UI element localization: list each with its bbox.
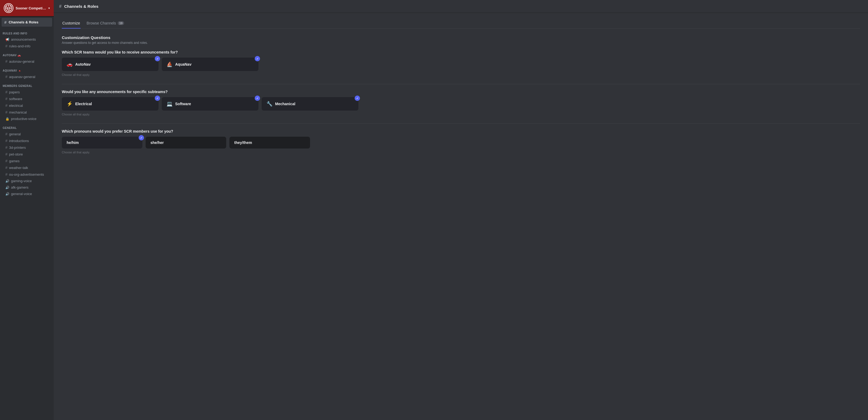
section-header-0[interactable]: RULES AND INFO <box>0 28 54 36</box>
voice-icon: 🔒 <box>5 117 9 121</box>
section-header-3[interactable]: MEMBERS GENERAL <box>0 80 54 88</box>
channel-item-announcements[interactable]: 📢announcements <box>2 36 52 43</box>
channel-item-general[interactable]: #general <box>2 131 52 137</box>
option-card-2-0[interactable]: ✓he/him <box>62 137 143 148</box>
channel-item-electrical[interactable]: #electrical <box>2 102 52 109</box>
header: # Channels & Roles <box>54 0 868 13</box>
channels-roles-label: Channels & Roles <box>9 20 38 24</box>
option-label-1-1: Software <box>175 102 191 106</box>
announcement-icon: 📢 <box>5 38 9 41</box>
voice-icon: 🔊 <box>5 179 9 183</box>
channels-roles-item[interactable]: # Channels & Roles <box>2 18 52 27</box>
question-block-0: Which SCR teams would you like to receiv… <box>62 50 860 77</box>
check-badge: ✓ <box>255 95 260 101</box>
channel-item-productive-voice[interactable]: 🔒productive-voice <box>2 116 52 122</box>
options-row-1: ✓⚡Electrical✓💻Software✓🔧Mechanical <box>62 97 860 111</box>
channel-label-papers: papers <box>9 90 20 94</box>
tab-browse-channels[interactable]: Browse Channels 19 <box>86 18 125 29</box>
svg-text:SCR: SCR <box>7 7 11 9</box>
channel-label-general-voice: general-voice <box>11 192 32 196</box>
channel-item-mechanical[interactable]: #mechanical <box>2 109 52 115</box>
channel-label-mechanical: mechanical <box>9 110 27 114</box>
channel-item-aquanav-general[interactable]: #aquanav-general <box>2 74 52 80</box>
svg-rect-2 <box>8 5 9 6</box>
voice-icon: 🔊 <box>5 186 9 189</box>
channel-item-games[interactable]: #games <box>2 158 52 164</box>
channel-icon: # <box>5 152 7 156</box>
channel-item-ou-org-advertisements[interactable]: #ou-org-advertisements <box>2 171 52 177</box>
option-label-0-0: AutoNav <box>75 62 91 66</box>
channel-label-games: games <box>9 159 20 163</box>
channel-icon: # <box>5 96 7 101</box>
option-card-2-1[interactable]: she/her <box>146 137 226 148</box>
channel-item-general-voice[interactable]: 🔊general-voice <box>2 191 52 197</box>
section-header-1[interactable]: AUTONAV 🚗 <box>0 50 54 58</box>
channel-label-rules-and-info: rules-and-info <box>9 44 31 48</box>
channel-item-gaming-voice[interactable]: 🔊gaming-voice <box>2 178 52 184</box>
channel-item-3d-printers[interactable]: #3d-printers <box>2 144 52 151</box>
section-header-4[interactable]: GENERAL <box>0 122 54 131</box>
option-label-0-1: AquaNav <box>175 62 191 66</box>
channel-icon: # <box>5 103 7 108</box>
channel-label-ou-org-advertisements: ou-org-advertisements <box>9 172 44 176</box>
channel-label-gaming-voice: gaming-voice <box>11 179 32 183</box>
channel-label-afk-gamers: afk-gamers <box>11 186 29 189</box>
channel-label-introductions: introductions <box>9 139 29 143</box>
check-badge: ✓ <box>138 135 144 140</box>
tab-customize-label: Customize <box>62 21 80 25</box>
question-block-2: Which pronouns would you prefer SCR memb… <box>62 123 860 154</box>
option-icon-1: 💻 <box>166 101 173 107</box>
section-desc: Answer questions to get access to more c… <box>62 41 860 45</box>
channel-item-software[interactable]: #software <box>2 95 52 102</box>
channel-item-rules-and-info[interactable]: #rules-and-info <box>2 43 52 49</box>
channel-icon: # <box>5 145 7 149</box>
question-text-0: Which SCR teams would you like to receiv… <box>62 50 860 54</box>
option-icon-1: ⛵ <box>166 61 173 67</box>
options-row-2: ✓he/himshe/herthey/them <box>62 137 860 148</box>
channel-icon: # <box>5 132 7 136</box>
channel-icon: # <box>5 172 7 176</box>
channel-item-papers[interactable]: #papers <box>2 89 52 95</box>
rules-icon: # <box>5 44 7 48</box>
channel-icon: # <box>5 75 7 79</box>
tab-customize[interactable]: Customize <box>62 18 81 29</box>
option-card-1-2[interactable]: ✓🔧Mechanical <box>262 97 359 111</box>
options-row-0: ✓🚗AutoNav✓⛵AquaNav <box>62 58 860 71</box>
channel-label-software: software <box>9 97 22 101</box>
channel-item-afk-gamers[interactable]: 🔊afk-gamers <box>2 184 52 191</box>
channel-label-electrical: electrical <box>9 104 23 108</box>
sidebar: SCR Sooner Competitive ... ▾ # Channels … <box>0 0 54 420</box>
content-area: Customize Browse Channels 19 Customizati… <box>54 13 868 420</box>
option-icon-2: 🔧 <box>267 101 272 107</box>
option-card-0-1[interactable]: ✓⛵AquaNav <box>162 58 258 71</box>
tabs-bar: Customize Browse Channels 19 <box>62 18 860 29</box>
tab-browse-label: Browse Channels <box>87 21 116 25</box>
server-logo: SCR <box>4 3 13 13</box>
option-icon-0: ⚡ <box>67 101 72 107</box>
channel-icon: # <box>5 110 7 114</box>
option-card-2-2[interactable]: they/them <box>229 137 310 148</box>
server-header[interactable]: SCR Sooner Competitive ... ▾ <box>0 0 54 17</box>
option-card-0-0[interactable]: ✓🚗AutoNav <box>62 58 158 71</box>
sidebar-sections: RULES AND INFO📢announcements#rules-and-i… <box>0 28 54 197</box>
option-card-1-0[interactable]: ✓⚡Electrical <box>62 97 158 111</box>
channel-icon: # <box>59 4 62 9</box>
channel-icon: # <box>5 90 7 94</box>
channel-item-autonav-general[interactable]: #autonav-general <box>2 58 52 64</box>
channel-item-pet-store[interactable]: #pet-store <box>2 151 52 158</box>
option-card-1-1[interactable]: ✓💻Software <box>162 97 258 111</box>
channel-label-weather-talk: weather-talk <box>9 166 28 170</box>
main-content: # Channels & Roles Customize Browse Chan… <box>54 0 868 420</box>
choose-all-0: Choose all that apply. <box>62 73 860 77</box>
check-badge: ✓ <box>155 95 160 101</box>
divider <box>62 84 860 84</box>
channel-item-weather-talk[interactable]: #weather-talk <box>2 164 52 171</box>
section-title: Customization Questions <box>62 35 860 40</box>
check-badge: ✓ <box>255 56 260 61</box>
option-label-2-0: he/him <box>67 140 79 145</box>
question-block-1: Would you like any announcements for spe… <box>62 84 860 116</box>
channel-item-introductions[interactable]: #introductions <box>2 138 52 144</box>
section-header-2[interactable]: AQUANAV 🔺 <box>0 65 54 73</box>
channel-icon: # <box>5 139 7 143</box>
choose-all-1: Choose all that apply. <box>62 113 860 116</box>
